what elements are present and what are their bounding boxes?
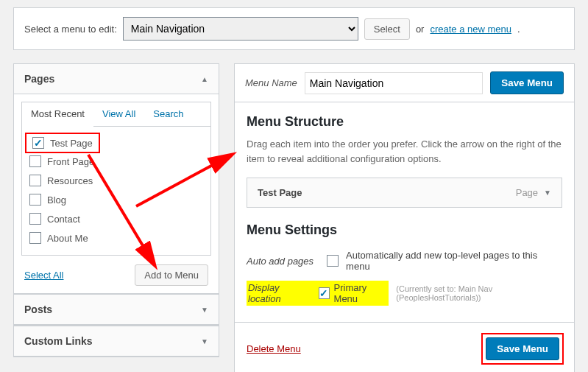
select-all-link[interactable]: Select All xyxy=(24,270,63,281)
tab-search[interactable]: Search xyxy=(144,102,192,126)
page-item-blog[interactable]: Blog xyxy=(22,190,210,209)
menu-settings-title: Menu Settings xyxy=(247,222,562,238)
delete-menu-link[interactable]: Delete Menu xyxy=(247,343,301,354)
posts-accordion-header[interactable]: Posts ▼ xyxy=(14,295,219,325)
tab-view-all[interactable]: View All xyxy=(93,102,144,126)
menu-select-bar: Select a menu to edit: Main Navigation S… xyxy=(13,7,575,50)
menu-structure-title: Menu Structure xyxy=(247,114,562,130)
page-item-test-page[interactable]: Test Page xyxy=(26,134,99,152)
page-item-front-page[interactable]: Front Page xyxy=(22,152,210,171)
menu-dropdown[interactable]: Main Navigation xyxy=(123,17,358,41)
page-item-contact[interactable]: Contact xyxy=(22,209,210,228)
checkbox[interactable] xyxy=(29,213,41,225)
checkbox-test-page[interactable] xyxy=(32,137,44,149)
expand-icon[interactable]: ▼ xyxy=(544,189,551,197)
display-location-checkbox[interactable] xyxy=(319,287,330,299)
page-list: Test Page Front Page Resources Blog Cont… xyxy=(21,127,211,256)
save-menu-button-top[interactable]: Save Menu xyxy=(490,71,564,94)
display-location-row: Display location Primary Menu (Currently… xyxy=(247,276,562,310)
add-to-menu-button[interactable]: Add to Menu xyxy=(135,264,208,286)
structure-description: Drag each item into the order you prefer… xyxy=(247,137,562,166)
page-item-resources[interactable]: Resources xyxy=(22,171,210,190)
expand-icon: ▼ xyxy=(201,337,208,345)
page-item-about-me[interactable]: About Me xyxy=(22,228,210,248)
auto-add-row: Auto add pages Automatically add new top… xyxy=(247,245,562,276)
auto-add-checkbox[interactable] xyxy=(327,255,339,267)
checkbox[interactable] xyxy=(29,175,41,186)
select-menu-label: Select a menu to edit: xyxy=(24,24,117,35)
menu-item-test-page[interactable]: Test Page Page ▼ xyxy=(247,178,562,208)
menu-header: Menu Name Save Menu xyxy=(234,63,575,102)
checkbox[interactable] xyxy=(29,155,41,167)
save-menu-button-bottom[interactable]: Save Menu xyxy=(486,337,559,360)
tab-most-recent[interactable]: Most Recent xyxy=(22,102,93,127)
menu-name-label: Menu Name xyxy=(245,77,297,88)
checkbox[interactable] xyxy=(29,232,41,244)
pages-accordion-header[interactable]: Pages ▲ xyxy=(14,64,219,94)
menu-name-input[interactable] xyxy=(305,72,483,94)
custom-links-accordion-header[interactable]: Custom Links ▼ xyxy=(14,326,219,357)
or-text: or xyxy=(416,24,425,35)
create-menu-link[interactable]: create a new menu xyxy=(430,24,511,35)
expand-icon: ▼ xyxy=(201,306,208,314)
select-button[interactable]: Select xyxy=(364,18,410,40)
checkbox[interactable] xyxy=(29,194,41,206)
collapse-icon: ▲ xyxy=(201,75,208,83)
pages-tabs: Most Recent View All Search xyxy=(21,102,211,127)
